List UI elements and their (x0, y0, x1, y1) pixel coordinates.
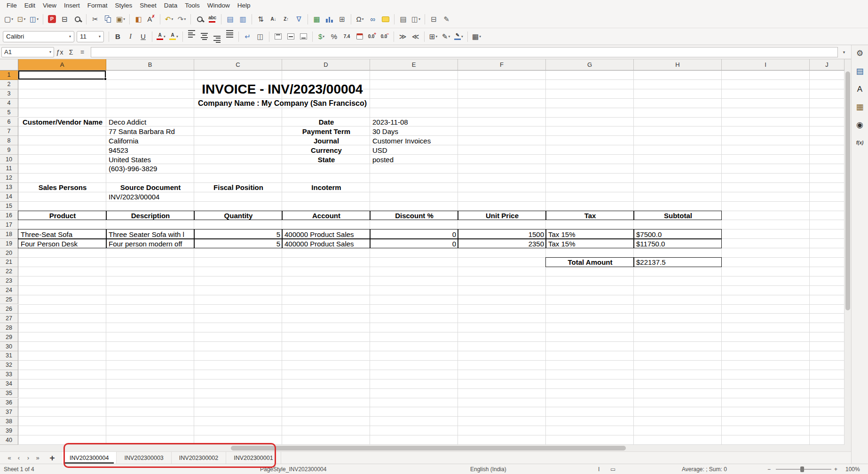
borders-icon[interactable]: ⊞▾ (427, 30, 440, 43)
last-sheet-icon[interactable]: » (33, 454, 42, 461)
sheet-position[interactable]: Sheet 1 of 4 (4, 466, 34, 473)
row-header-11[interactable]: 11 (0, 164, 18, 174)
cell-C19[interactable]: 5 (195, 239, 282, 248)
cell-E10[interactable]: posted (371, 155, 458, 164)
cell-D10[interactable]: State (283, 155, 370, 164)
row-header-34[interactable]: 34 (0, 379, 18, 389)
cell-B18[interactable]: Three Seater Sofa with l (107, 229, 194, 239)
format-as-percent-icon[interactable]: % (328, 30, 340, 43)
row-header-20[interactable]: 20 (0, 248, 18, 258)
cell-A2[interactable]: INVOICE - INV/2023/00004 (19, 80, 546, 99)
italic-icon[interactable]: I (124, 30, 137, 43)
cell-B6[interactable]: Deco Addict (107, 118, 194, 127)
spreadsheet-grid[interactable]: ABCDEFGHIJ123456789101112131415161718192… (0, 59, 844, 445)
print-icon[interactable]: ⊟ (58, 13, 71, 25)
special-character-icon[interactable]: Ω▾ (354, 13, 366, 25)
insert-image-icon[interactable]: ▦ (310, 13, 323, 25)
cell-E19[interactable]: 0 (371, 239, 458, 248)
horizontal-scrollbar-thumb[interactable] (231, 446, 626, 450)
row-header-7[interactable]: 7 (0, 126, 18, 136)
cell-E8[interactable]: Customer Invoices (371, 136, 458, 145)
row-header-27[interactable]: 27 (0, 314, 18, 323)
merge-cells-icon[interactable]: ◫ (254, 30, 267, 43)
cell-F18[interactable]: 1500 (458, 229, 546, 239)
headers-footers-icon[interactable]: ▤ (397, 13, 410, 25)
formula-input[interactable] (91, 47, 838, 57)
row-header-17[interactable]: 17 (0, 220, 18, 229)
row-header-19[interactable]: 19 (0, 239, 18, 248)
row-header-35[interactable]: 35 (0, 389, 18, 398)
cell-B7[interactable]: 77 Santa Barbara Rd (107, 126, 194, 136)
cell-E16[interactable]: Discount % (371, 211, 458, 221)
sheet-tab-INV202300004[interactable]: INV202300004 (62, 452, 117, 464)
properties-deck-icon[interactable]: ▤ (854, 65, 866, 77)
equals-button[interactable]: = (77, 47, 88, 58)
previous-sheet-icon[interactable]: ‹ (14, 454, 24, 461)
cell-A18[interactable]: Three-Seat Sofa (19, 229, 106, 239)
chevron-down-icon[interactable]: ▾ (69, 34, 71, 39)
row-header-12[interactable]: 12 (0, 174, 18, 183)
functions-deck-icon[interactable]: f(x) (854, 137, 866, 149)
column-header-C[interactable]: C (194, 59, 282, 71)
gallery-deck-icon[interactable]: ▦ (854, 101, 866, 113)
cell-D19[interactable]: 400000 Product Sales (283, 239, 370, 248)
font-name-combo[interactable]: Calibri ▾ (3, 31, 74, 42)
cell-H19[interactable]: $11750.0 (634, 239, 722, 248)
add-sheet-button[interactable]: + (46, 453, 58, 463)
row-header-22[interactable]: 22 (0, 267, 18, 276)
cell-G16[interactable]: Tax (546, 211, 634, 221)
delete-decimal-place-icon[interactable]: 0.0− (379, 30, 391, 43)
column-header-H[interactable]: H (634, 59, 722, 71)
cell-E18[interactable]: 0 (371, 229, 458, 239)
align-top-icon[interactable] (272, 30, 284, 43)
first-sheet-icon[interactable]: « (5, 454, 14, 461)
horizontal-scrollbar[interactable] (0, 445, 868, 451)
increase-indent-icon[interactable]: ≫ (396, 30, 409, 43)
cell-E9[interactable]: USD (371, 145, 458, 155)
cell-E6[interactable]: 2023-11-08 (371, 118, 458, 127)
cell-B9[interactable]: 94523 (107, 145, 194, 155)
cell-D9[interactable]: Currency (283, 145, 370, 155)
cell-B13[interactable]: Source Document (107, 183, 194, 192)
row-header-37[interactable]: 37 (0, 407, 18, 417)
row-header-32[interactable]: 32 (0, 361, 18, 370)
row-header-24[interactable]: 24 (0, 286, 18, 295)
chevron-down-icon[interactable]: ▾ (99, 34, 101, 39)
show-draw-functions-icon[interactable]: ✎ (440, 13, 453, 25)
clone-formatting-icon[interactable]: ◧ (132, 13, 145, 25)
insert-column-icon[interactable]: ▥ (237, 13, 249, 25)
cell-H16[interactable]: Subtotal (634, 211, 722, 221)
row-header-14[interactable]: 14 (0, 192, 18, 202)
row-header-16[interactable]: 16 (0, 211, 18, 221)
cell-A6[interactable]: Customer/Vendor Name (19, 118, 106, 127)
row-header-10[interactable]: 10 (0, 155, 18, 164)
cut-icon[interactable]: ✂ (89, 13, 102, 25)
select-all-corner[interactable] (0, 59, 18, 71)
clear-formatting-icon[interactable]: A✗ (145, 13, 158, 25)
menu-help[interactable]: Help (234, 1, 254, 10)
menu-edit[interactable]: Edit (21, 1, 39, 10)
underline-icon[interactable]: U (137, 30, 150, 43)
page-style[interactable]: PageStyle_INV202300004 (260, 466, 326, 473)
cell-D16[interactable]: Account (283, 211, 370, 221)
row-header-23[interactable]: 23 (0, 276, 18, 286)
menu-sheet[interactable]: Sheet (136, 1, 160, 10)
column-header-G[interactable]: G (546, 59, 634, 71)
row-header-38[interactable]: 38 (0, 417, 18, 426)
row-header-25[interactable]: 25 (0, 295, 18, 305)
menu-view[interactable]: View (39, 1, 60, 10)
row-header-30[interactable]: 30 (0, 342, 18, 351)
paste-icon[interactable]: ▣▾ (114, 13, 127, 25)
align-right-icon[interactable] (211, 30, 223, 43)
menu-window[interactable]: Window (204, 1, 234, 10)
conditional-formatting-icon[interactable]: ▦▾ (470, 30, 483, 43)
column-header-B[interactable]: B (106, 59, 194, 71)
row-header-18[interactable]: 18 (0, 229, 18, 239)
align-bottom-icon[interactable] (297, 30, 310, 43)
name-box-dropdown-icon[interactable]: ▾ (49, 50, 51, 54)
column-header-F[interactable]: F (458, 59, 546, 71)
row-header-9[interactable]: 9 (0, 145, 18, 155)
print-preview-icon[interactable] (71, 13, 84, 25)
insert-row-icon[interactable]: ▤ (224, 13, 237, 25)
menu-file[interactable]: File (3, 1, 21, 10)
